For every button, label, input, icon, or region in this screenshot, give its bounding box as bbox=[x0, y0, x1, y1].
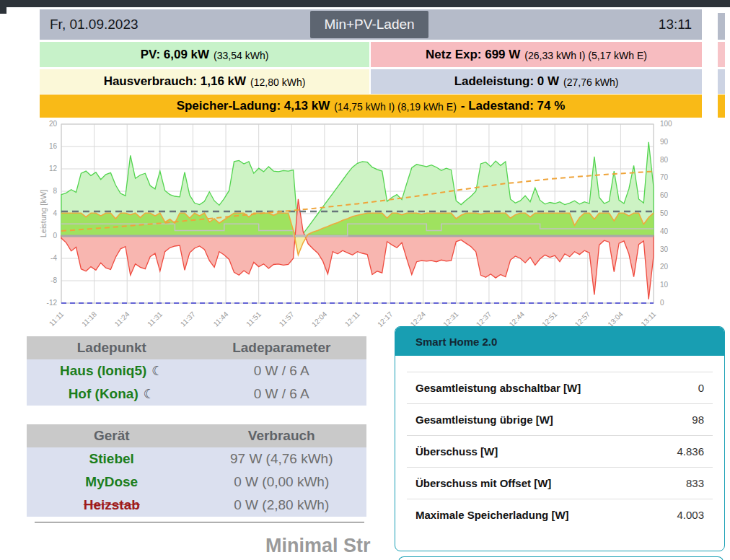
smart-home-row: Gesamtleistung übrige [W] 98 bbox=[407, 403, 713, 435]
device-table-header-geraet: Gerät bbox=[27, 428, 197, 444]
charge-mode-button[interactable]: Min+PV-Laden bbox=[310, 11, 428, 38]
svg-text:40: 40 bbox=[660, 227, 669, 235]
svg-text:16: 16 bbox=[49, 142, 58, 150]
pv-stat-main: PV: 6,09 kW bbox=[141, 48, 209, 62]
storage-charge-stat-main: Speicher-Ladung: 4,13 kW bbox=[177, 99, 330, 113]
charge-table-header-ladeparameter: Ladeparameter bbox=[197, 340, 367, 356]
svg-text:60: 60 bbox=[660, 191, 669, 199]
time-label: 13:11 bbox=[659, 17, 692, 32]
house-consumption-stat-bar: Hausverbrauch: 1,16 kW (12,80 kWh) bbox=[40, 69, 369, 94]
power-soc-chart: -12-8-4048121620010203040506070809010011… bbox=[40, 119, 692, 334]
smart-home-row-label: Maximale Speicherladung [W] bbox=[407, 509, 569, 521]
svg-text:10: 10 bbox=[660, 281, 669, 289]
charge-power-stat-main: Ladeleistung: 0 W bbox=[454, 74, 559, 89]
svg-text:11:24: 11:24 bbox=[113, 310, 131, 328]
pv-stat-detail: (33,54 kWh) bbox=[214, 50, 268, 61]
smart-home-row-value: 4.003 bbox=[677, 509, 713, 521]
smart-home-row: Gesamtleistung abschaltbar [W] 0 bbox=[407, 372, 713, 403]
svg-text:20: 20 bbox=[49, 120, 58, 128]
house-consumption-stat-detail: (12,80 kWh) bbox=[250, 76, 305, 88]
svg-text:Leistung [kW]: Leistung [kW] bbox=[40, 190, 48, 238]
svg-text:12: 12 bbox=[49, 165, 58, 172]
smart-home-card-body: Gesamtleistung abschaltbar [W] 0 Gesamtl… bbox=[395, 356, 724, 530]
svg-text:20: 20 bbox=[660, 263, 669, 271]
charge-point-row[interactable]: Hof (Kona)☾ 0 W / 6 A bbox=[27, 382, 366, 406]
smart-home-title: Smart Home 2.0 bbox=[415, 336, 497, 348]
svg-text:50: 50 bbox=[660, 209, 669, 217]
smart-home-card-header: Smart Home 2.0 bbox=[395, 327, 724, 356]
smart-home-row-value: 833 bbox=[686, 477, 713, 489]
charge-point-params: 0 W / 6 A bbox=[197, 386, 367, 402]
svg-text:0: 0 bbox=[53, 232, 57, 240]
smart-home-row-value: 98 bbox=[692, 414, 713, 426]
smart-home-card: Smart Home 2.0 Gesamtleistung abschaltba… bbox=[395, 326, 725, 551]
charge-power-stat-bar: Ladeleistung: 0 W (27,76 kWh) bbox=[371, 69, 702, 94]
section-heading-truncated: Minimal Str bbox=[265, 535, 371, 557]
charge-table-header: Ladepunkt Ladeparameter bbox=[27, 336, 366, 359]
svg-text:11:11: 11:11 bbox=[48, 310, 66, 328]
house-consumption-stat-main: Hausverbrauch: 1,16 kW bbox=[104, 74, 246, 89]
header-bar: Fr, 01.09.2023 Min+PV-Laden 13:11 bbox=[40, 9, 702, 40]
smart-home-row-label: Überschuss [W] bbox=[407, 445, 498, 458]
svg-text:30: 30 bbox=[660, 245, 669, 253]
svg-text:11:37: 11:37 bbox=[179, 310, 197, 328]
moon-icon[interactable]: ☾ bbox=[151, 364, 163, 378]
device-consumption: 97 W (4,76 kWh) bbox=[197, 451, 367, 467]
svg-text:70: 70 bbox=[660, 173, 669, 181]
device-consumption: 0 W (0,00 kWh) bbox=[197, 474, 367, 490]
svg-text:11:57: 11:57 bbox=[278, 310, 296, 328]
svg-text:12:11: 12:11 bbox=[343, 310, 361, 328]
scrollbar-content-peek bbox=[718, 69, 725, 94]
svg-text:11:31: 11:31 bbox=[146, 310, 164, 328]
smart-home-row: Überschuss [W] 4.836 bbox=[407, 435, 713, 467]
smart-home-row-value: 4.836 bbox=[677, 445, 713, 458]
svg-text:11:18: 11:18 bbox=[80, 310, 98, 328]
charge-point-row[interactable]: Haus (Ioniq5)☾ 0 W / 6 A bbox=[27, 359, 366, 382]
device-consumption: 0 W (2,80 kWh) bbox=[197, 497, 367, 513]
svg-text:100: 100 bbox=[660, 120, 672, 128]
svg-text:13:11: 13:11 bbox=[639, 310, 657, 328]
pv-stat-bar: PV: 6,09 kW (33,54 kWh) bbox=[40, 42, 369, 67]
window-frame-top bbox=[0, 0, 730, 7]
devices-table: Gerät Verbrauch Stiebel 97 W (4,76 kWh) … bbox=[27, 424, 366, 517]
device-row[interactable]: Heizstab 0 W (2,80 kWh) bbox=[27, 494, 366, 517]
grid-export-stat-bar: Netz Exp: 699 W (26,33 kWh I) (5,17 kWh … bbox=[371, 42, 702, 67]
storage-charge-stat-bar: Speicher-Ladung: 4,13 kW (14,75 kWh I) (… bbox=[40, 95, 702, 118]
grid-export-stat-main: Netz Exp: 699 W bbox=[426, 48, 520, 62]
svg-text:-4: -4 bbox=[50, 254, 57, 262]
smart-home-row-label: Gesamtleistung abschaltbar [W] bbox=[407, 382, 581, 394]
scrollbar-content-peek bbox=[718, 42, 725, 67]
charge-table-header-ladepunkt: Ladepunkt bbox=[27, 340, 197, 356]
smart-home-row: Maximale Speicherladung [W] 4.003 bbox=[407, 499, 713, 530]
charge-point-params: 0 W / 6 A bbox=[197, 363, 367, 379]
grid-export-stat-detail: (26,33 kWh I) (5,17 kWh E) bbox=[524, 50, 647, 61]
smart-home-row-label: Überschuss mit Offset [W] bbox=[407, 477, 551, 489]
device-name-disabled[interactable]: Heizstab bbox=[27, 497, 197, 513]
smart-home-row-label: Gesamtleistung übrige [W] bbox=[407, 414, 553, 426]
svg-text:12:17: 12:17 bbox=[376, 310, 395, 328]
device-row[interactable]: Stiebel 97 W (4,76 kWh) bbox=[27, 447, 366, 471]
svg-text:-12: -12 bbox=[47, 299, 58, 307]
svg-text:4: 4 bbox=[53, 209, 57, 217]
storage-charge-stat-detail: (14,75 kWh I) (8,19 kWh E) bbox=[334, 101, 457, 113]
date-label: Fr, 01.09.2023 bbox=[50, 17, 138, 32]
smart-home-row-value: 0 bbox=[698, 382, 713, 394]
device-row[interactable]: MyDose 0 W (0,00 kWh) bbox=[27, 471, 366, 494]
section-divider bbox=[35, 522, 364, 522]
charge-point-name: Hof (Kona)☾ bbox=[27, 386, 197, 402]
charge-points-table: Ladepunkt Ladeparameter Haus (Ioniq5)☾ 0… bbox=[27, 336, 366, 406]
svg-text:11:51: 11:51 bbox=[245, 310, 263, 328]
charge-power-stat-detail: (27,76 kWh) bbox=[563, 76, 618, 88]
window-frame-corner-left bbox=[0, 0, 6, 14]
next-card-partial bbox=[398, 556, 724, 560]
svg-text:0: 0 bbox=[660, 299, 664, 307]
svg-text:11:44: 11:44 bbox=[212, 310, 230, 328]
device-name[interactable]: MyDose bbox=[27, 474, 197, 490]
device-table-header-verbrauch: Verbrauch bbox=[197, 428, 367, 444]
scrollbar-content-peek bbox=[718, 95, 725, 118]
device-name[interactable]: Stiebel bbox=[27, 451, 197, 467]
device-table-header: Gerät Verbrauch bbox=[27, 424, 366, 447]
svg-text:12:04: 12:04 bbox=[310, 310, 329, 328]
moon-icon[interactable]: ☾ bbox=[144, 387, 155, 401]
svg-text:-8: -8 bbox=[50, 276, 57, 284]
